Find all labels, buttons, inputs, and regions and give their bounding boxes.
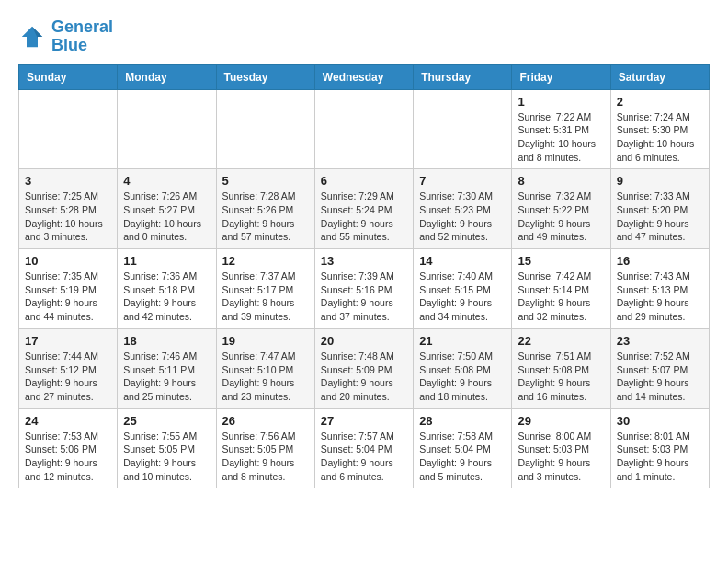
logo: General Blue bbox=[18, 18, 113, 55]
calendar-cell: 28Sunrise: 7:58 AM Sunset: 5:04 PM Dayli… bbox=[414, 408, 512, 488]
calendar-cell: 29Sunrise: 8:00 AM Sunset: 5:03 PM Dayli… bbox=[512, 408, 610, 488]
calendar-cell: 2Sunrise: 7:24 AM Sunset: 5:30 PM Daylig… bbox=[610, 89, 709, 169]
day-info: Sunrise: 7:43 AM Sunset: 5:13 PM Dayligh… bbox=[617, 270, 703, 324]
calendar-cell: 18Sunrise: 7:46 AM Sunset: 5:11 PM Dayli… bbox=[118, 328, 216, 408]
day-number: 21 bbox=[419, 334, 506, 348]
day-number: 29 bbox=[518, 414, 604, 428]
day-number: 12 bbox=[222, 254, 309, 268]
day-of-week-header: Tuesday bbox=[216, 64, 314, 89]
calendar-cell: 30Sunrise: 8:01 AM Sunset: 5:03 PM Dayli… bbox=[610, 408, 709, 488]
calendar-cell bbox=[118, 89, 216, 169]
day-info: Sunrise: 7:40 AM Sunset: 5:15 PM Dayligh… bbox=[419, 270, 506, 324]
day-info: Sunrise: 7:30 AM Sunset: 5:23 PM Dayligh… bbox=[419, 190, 506, 244]
day-number: 28 bbox=[419, 414, 506, 428]
day-of-week-header: Sunday bbox=[19, 64, 118, 89]
day-number: 10 bbox=[25, 254, 111, 268]
day-info: Sunrise: 7:44 AM Sunset: 5:12 PM Dayligh… bbox=[25, 350, 111, 404]
logo-icon bbox=[18, 23, 46, 51]
day-info: Sunrise: 8:00 AM Sunset: 5:03 PM Dayligh… bbox=[518, 430, 604, 484]
day-number: 3 bbox=[25, 174, 111, 188]
calendar-cell: 12Sunrise: 7:37 AM Sunset: 5:17 PM Dayli… bbox=[216, 249, 314, 329]
day-of-week-header: Saturday bbox=[610, 64, 709, 89]
day-number: 4 bbox=[123, 174, 210, 188]
calendar-cell: 17Sunrise: 7:44 AM Sunset: 5:12 PM Dayli… bbox=[19, 328, 118, 408]
day-number: 2 bbox=[617, 95, 703, 109]
calendar-cell: 27Sunrise: 7:57 AM Sunset: 5:04 PM Dayli… bbox=[314, 408, 413, 488]
calendar-cell: 25Sunrise: 7:55 AM Sunset: 5:05 PM Dayli… bbox=[118, 408, 216, 488]
calendar-cell: 10Sunrise: 7:35 AM Sunset: 5:19 PM Dayli… bbox=[19, 249, 118, 329]
calendar-week-row: 10Sunrise: 7:35 AM Sunset: 5:19 PM Dayli… bbox=[19, 249, 710, 329]
day-number: 27 bbox=[321, 414, 407, 428]
day-info: Sunrise: 7:26 AM Sunset: 5:27 PM Dayligh… bbox=[123, 190, 210, 244]
day-number: 30 bbox=[617, 414, 703, 428]
calendar-cell: 21Sunrise: 7:50 AM Sunset: 5:08 PM Dayli… bbox=[414, 328, 512, 408]
calendar-cell: 11Sunrise: 7:36 AM Sunset: 5:18 PM Dayli… bbox=[118, 249, 216, 329]
day-info: Sunrise: 7:32 AM Sunset: 5:22 PM Dayligh… bbox=[518, 190, 604, 244]
day-info: Sunrise: 7:52 AM Sunset: 5:07 PM Dayligh… bbox=[617, 350, 703, 404]
day-info: Sunrise: 7:42 AM Sunset: 5:14 PM Dayligh… bbox=[518, 270, 604, 324]
day-number: 6 bbox=[321, 174, 407, 188]
calendar-cell: 23Sunrise: 7:52 AM Sunset: 5:07 PM Dayli… bbox=[610, 328, 709, 408]
day-of-week-header: Wednesday bbox=[314, 64, 413, 89]
calendar-cell: 19Sunrise: 7:47 AM Sunset: 5:10 PM Dayli… bbox=[216, 328, 314, 408]
day-number: 19 bbox=[222, 334, 309, 348]
calendar-cell bbox=[314, 89, 413, 169]
day-number: 14 bbox=[419, 254, 506, 268]
calendar-cell: 13Sunrise: 7:39 AM Sunset: 5:16 PM Dayli… bbox=[314, 249, 413, 329]
day-of-week-header: Friday bbox=[512, 64, 610, 89]
calendar-cell: 3Sunrise: 7:25 AM Sunset: 5:28 PM Daylig… bbox=[19, 169, 118, 249]
calendar-cell: 9Sunrise: 7:33 AM Sunset: 5:20 PM Daylig… bbox=[610, 169, 709, 249]
day-info: Sunrise: 7:46 AM Sunset: 5:11 PM Dayligh… bbox=[123, 350, 210, 404]
day-number: 25 bbox=[123, 414, 210, 428]
day-info: Sunrise: 7:22 AM Sunset: 5:31 PM Dayligh… bbox=[518, 110, 604, 165]
day-info: Sunrise: 7:58 AM Sunset: 5:04 PM Dayligh… bbox=[419, 430, 506, 484]
day-info: Sunrise: 7:39 AM Sunset: 5:16 PM Dayligh… bbox=[321, 270, 407, 324]
day-info: Sunrise: 7:48 AM Sunset: 5:09 PM Dayligh… bbox=[321, 350, 407, 404]
day-number: 18 bbox=[123, 334, 210, 348]
day-number: 17 bbox=[25, 334, 111, 348]
day-number: 16 bbox=[617, 254, 703, 268]
calendar-cell: 26Sunrise: 7:56 AM Sunset: 5:05 PM Dayli… bbox=[216, 408, 314, 488]
calendar-cell: 16Sunrise: 7:43 AM Sunset: 5:13 PM Dayli… bbox=[610, 249, 709, 329]
calendar-cell bbox=[19, 89, 118, 169]
calendar-cell: 4Sunrise: 7:26 AM Sunset: 5:27 PM Daylig… bbox=[118, 169, 216, 249]
day-info: Sunrise: 7:35 AM Sunset: 5:19 PM Dayligh… bbox=[25, 270, 111, 324]
day-info: Sunrise: 8:01 AM Sunset: 5:03 PM Dayligh… bbox=[617, 430, 703, 484]
calendar-cell: 20Sunrise: 7:48 AM Sunset: 5:09 PM Dayli… bbox=[314, 328, 413, 408]
calendar-header-row: SundayMondayTuesdayWednesdayThursdayFrid… bbox=[19, 64, 710, 89]
calendar-cell bbox=[414, 89, 512, 169]
calendar-cell: 7Sunrise: 7:30 AM Sunset: 5:23 PM Daylig… bbox=[414, 169, 512, 249]
calendar-cell bbox=[216, 89, 314, 169]
calendar-week-row: 1Sunrise: 7:22 AM Sunset: 5:31 PM Daylig… bbox=[19, 89, 710, 169]
calendar-week-row: 3Sunrise: 7:25 AM Sunset: 5:28 PM Daylig… bbox=[19, 169, 710, 249]
calendar-cell: 1Sunrise: 7:22 AM Sunset: 5:31 PM Daylig… bbox=[512, 89, 610, 169]
calendar-cell: 14Sunrise: 7:40 AM Sunset: 5:15 PM Dayli… bbox=[414, 249, 512, 329]
day-number: 20 bbox=[321, 334, 407, 348]
calendar-table: SundayMondayTuesdayWednesdayThursdayFrid… bbox=[18, 64, 710, 489]
day-info: Sunrise: 7:29 AM Sunset: 5:24 PM Dayligh… bbox=[321, 190, 407, 244]
calendar-cell: 6Sunrise: 7:29 AM Sunset: 5:24 PM Daylig… bbox=[314, 169, 413, 249]
day-number: 8 bbox=[518, 174, 604, 188]
day-info: Sunrise: 7:51 AM Sunset: 5:08 PM Dayligh… bbox=[518, 350, 604, 404]
day-number: 24 bbox=[25, 414, 111, 428]
day-info: Sunrise: 7:50 AM Sunset: 5:08 PM Dayligh… bbox=[419, 350, 506, 404]
logo-text: General Blue bbox=[51, 18, 113, 55]
day-info: Sunrise: 7:56 AM Sunset: 5:05 PM Dayligh… bbox=[222, 430, 309, 484]
day-number: 22 bbox=[518, 334, 604, 348]
day-number: 26 bbox=[222, 414, 309, 428]
day-number: 23 bbox=[617, 334, 703, 348]
day-number: 9 bbox=[617, 174, 703, 188]
day-info: Sunrise: 7:55 AM Sunset: 5:05 PM Dayligh… bbox=[123, 430, 210, 484]
calendar-cell: 22Sunrise: 7:51 AM Sunset: 5:08 PM Dayli… bbox=[512, 328, 610, 408]
day-info: Sunrise: 7:47 AM Sunset: 5:10 PM Dayligh… bbox=[222, 350, 309, 404]
calendar-cell: 24Sunrise: 7:53 AM Sunset: 5:06 PM Dayli… bbox=[19, 408, 118, 488]
day-info: Sunrise: 7:36 AM Sunset: 5:18 PM Dayligh… bbox=[123, 270, 210, 324]
day-info: Sunrise: 7:37 AM Sunset: 5:17 PM Dayligh… bbox=[222, 270, 309, 324]
day-info: Sunrise: 7:28 AM Sunset: 5:26 PM Dayligh… bbox=[222, 190, 309, 244]
calendar-cell: 8Sunrise: 7:32 AM Sunset: 5:22 PM Daylig… bbox=[512, 169, 610, 249]
calendar-cell: 15Sunrise: 7:42 AM Sunset: 5:14 PM Dayli… bbox=[512, 249, 610, 329]
day-of-week-header: Monday bbox=[118, 64, 216, 89]
page-header: General Blue bbox=[18, 18, 710, 55]
day-info: Sunrise: 7:25 AM Sunset: 5:28 PM Dayligh… bbox=[25, 190, 111, 244]
day-info: Sunrise: 7:57 AM Sunset: 5:04 PM Dayligh… bbox=[321, 430, 407, 484]
